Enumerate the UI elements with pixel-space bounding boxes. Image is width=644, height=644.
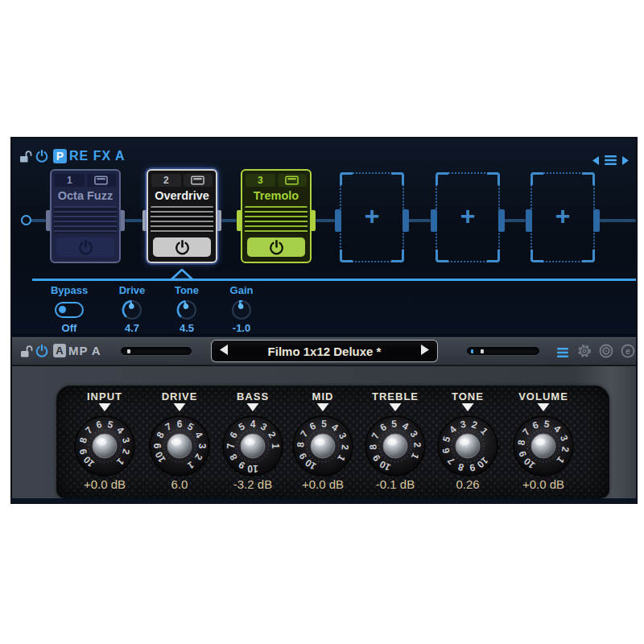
- pedal-badges: 2: [151, 174, 213, 187]
- slot-corner: [340, 250, 353, 262]
- slot-corner: [436, 172, 448, 185]
- gear-icon[interactable]: [576, 343, 592, 362]
- pedal-ribs: [151, 206, 213, 233]
- pedal-badges: 3: [246, 174, 307, 187]
- slot-corner: [436, 250, 448, 262]
- amp-knob[interactable]: 12345678910: [69, 403, 140, 477]
- revalver-plugin-window: P RE FX A 1 Octa Fuzz 2 Overdrive 3 Trem…: [10, 137, 638, 504]
- amp-menu-icon[interactable]: [557, 346, 568, 361]
- slot-corner: [582, 250, 595, 262]
- mini-knob[interactable]: [175, 297, 199, 323]
- empty-fx-slot-2[interactable]: +: [436, 172, 500, 262]
- svg-text:2: 2: [411, 442, 423, 448]
- target-icon[interactable]: [598, 343, 614, 362]
- mini-knob[interactable]: [229, 297, 254, 323]
- param-value: Off: [33, 322, 105, 334]
- prefx-title-text: RE FX A: [69, 149, 126, 163]
- svg-text:e: e: [625, 346, 630, 356]
- knob-value: +0.0 dB: [502, 477, 585, 491]
- prefx-nav: [592, 154, 629, 168]
- knob-label: VOLUME: [502, 390, 585, 402]
- prev-arrow-icon[interactable]: [592, 154, 599, 168]
- svg-text:5: 5: [321, 418, 328, 429]
- amp-title: A MP A: [53, 344, 101, 357]
- amp-knob[interactable]: 12345678910: [360, 403, 431, 477]
- param-bypass: Bypass Off: [33, 284, 105, 334]
- slot-corner: [391, 250, 404, 262]
- amp-knob[interactable]: 12345678910: [287, 403, 358, 477]
- toggle-dot: [59, 306, 66, 313]
- amp-knob-drive: DRIVE 12345678910 6.0: [138, 390, 221, 491]
- pedal-tremolo[interactable]: 3 Tremolo: [241, 169, 312, 263]
- amp-knob[interactable]: 12345678910: [432, 403, 503, 477]
- param-label: Bypass: [33, 284, 105, 296]
- signal-wire: [408, 219, 431, 222]
- empty-fx-slot-3[interactable]: +: [530, 172, 595, 262]
- pedal-number-badge: 3: [246, 174, 275, 187]
- slot-corner: [487, 250, 500, 262]
- slider-handle[interactable]: [127, 349, 131, 354]
- signal-wire: [316, 219, 335, 222]
- amp-power-icon[interactable]: [35, 344, 49, 361]
- amp-knob[interactable]: 12345678910: [508, 403, 579, 477]
- pre-fx-a-section: P RE FX A 1 Octa Fuzz 2 Overdrive 3 Trem…: [12, 138, 636, 336]
- svg-text:3: 3: [196, 444, 208, 449]
- svg-text:2: 2: [339, 444, 350, 451]
- signal-wire: [125, 219, 142, 222]
- pedal-name: Octa Fuzz: [52, 189, 119, 202]
- amp-header: A MP A Filmo 1x12 Deluxe * e: [12, 337, 636, 366]
- pedal-octa-fuzz[interactable]: 1 Octa Fuzz: [50, 169, 121, 263]
- amp-lock-icon[interactable]: [19, 345, 33, 361]
- pedal-overdrive[interactable]: 2 Overdrive: [147, 169, 217, 263]
- prefx-power-icon[interactable]: [35, 149, 49, 167]
- mini-knob[interactable]: [120, 297, 144, 323]
- prefx-lock-icon[interactable]: [19, 150, 32, 167]
- slider-handle[interactable]: [481, 349, 485, 354]
- slot-corner: [487, 172, 500, 185]
- chain-input-node: [21, 215, 31, 225]
- knob-value: -0.1 dB: [353, 477, 437, 491]
- param-gain: Gain -1.0: [205, 284, 278, 334]
- amp-body: INPUT 12345678910 +0.0 dB DRIVE 12345678…: [12, 366, 636, 498]
- preset-prev-button[interactable]: [220, 344, 228, 358]
- amp-model-selector[interactable]: Filmo 1x12 Deluxe *: [212, 341, 437, 361]
- preset-next-button[interactable]: [421, 344, 429, 358]
- svg-text:7: 7: [225, 443, 237, 448]
- knob-label: INPUT: [63, 390, 147, 402]
- prefx-title-badge: P: [53, 149, 67, 163]
- empty-fx-slot-1[interactable]: +: [340, 172, 404, 262]
- prefx-title: P RE FX A: [53, 149, 126, 163]
- slot-corner: [530, 172, 543, 185]
- menu-icon[interactable]: [605, 154, 617, 168]
- amp-knob-input: INPUT 12345678910 +0.0 dB: [63, 390, 147, 491]
- amp-title-text: MP A: [68, 344, 101, 357]
- amp-a-section: A MP A Filmo 1x12 Deluxe * e INPUT 12345…: [12, 337, 636, 498]
- pedal-ribs: [54, 206, 117, 233]
- param-control[interactable]: [205, 298, 278, 322]
- pedal-name: Tremolo: [242, 189, 310, 202]
- edit-e-icon[interactable]: e: [620, 343, 636, 362]
- slot-corner: [340, 172, 353, 185]
- amp-knob[interactable]: 12345678910: [144, 403, 215, 477]
- amp-knob[interactable]: 12345678910: [217, 403, 288, 477]
- pedal-display-icon: [184, 174, 213, 187]
- pedal-number-badge: 1: [55, 174, 85, 187]
- bypass-toggle[interactable]: [55, 302, 84, 318]
- pedal-footswitch[interactable]: [153, 237, 211, 257]
- param-control[interactable]: [33, 298, 105, 322]
- next-arrow-icon[interactable]: [622, 154, 629, 168]
- knob-value: +0.0 dB: [281, 477, 365, 491]
- svg-text:4: 4: [250, 419, 256, 430]
- knob-label: MID: [281, 390, 365, 402]
- svg-text:9: 9: [152, 443, 163, 448]
- knob-label: DRIVE: [138, 390, 221, 402]
- pedal-footswitch[interactable]: [56, 237, 114, 257]
- pedal-display-icon: [87, 174, 117, 187]
- pedal-footswitch[interactable]: [247, 237, 305, 257]
- slot-corner: [530, 250, 543, 262]
- svg-text:8: 8: [367, 444, 378, 450]
- selection-rule: [32, 279, 636, 281]
- amp-slider-1[interactable]: [121, 347, 192, 355]
- pedal-ribs: [245, 206, 308, 233]
- amp-slider-2[interactable]: [467, 347, 539, 355]
